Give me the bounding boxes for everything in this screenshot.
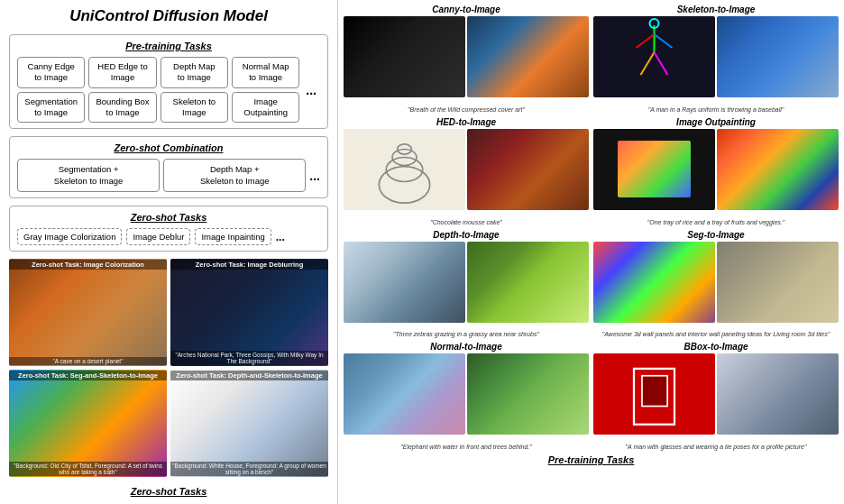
task-hed: HED Edge toImage <box>88 57 156 88</box>
demo-images-depth <box>344 242 589 330</box>
section-depth: Depth-to-Image "Three zebras grazing in … <box>344 230 589 338</box>
zeroshot-tasks-title: Zero-shot Tasks <box>17 212 320 223</box>
bbox-output-img <box>717 353 839 435</box>
screenshot-seg-skel-caption: "Background: Old City of Tsfat, Foregrou… <box>9 462 167 476</box>
left-bottom-title: Zero-shot Tasks <box>9 486 328 497</box>
zeroshot-combo-title: Zero-shot Combination <box>17 142 320 153</box>
seg-caption: "Awesome 3d wall panels and interior wal… <box>593 331 839 337</box>
zeroshot-tasks-row: Gray Image Colorization Image Deblur Ima… <box>17 228 320 245</box>
pretraining-tasks-grid: Canny Edgeto Image HED Edge toImage Dept… <box>17 57 299 123</box>
normal-caption: "Elephant with water in front and trees … <box>344 444 589 450</box>
depth-output-img <box>467 242 589 323</box>
screenshot-colorization: Zero-shot Task: Image Colorization "A ca… <box>9 259 167 366</box>
screenshot-colorization-label-top: Zero-shot Task: Image Colorization <box>9 260 167 270</box>
screenshot-depth-skel: Zero-shot Task: Depth-and-Skeleton-to-Im… <box>170 370 328 477</box>
depth-caption: "Three zebras grazing in a grassy area n… <box>344 331 589 337</box>
outpainting-caption: "One tray of rice and a tray of fruits a… <box>593 219 839 225</box>
svg-rect-11 <box>642 376 667 407</box>
demo-images-outpainting <box>593 129 839 217</box>
svg-line-2 <box>655 34 673 48</box>
section-seg: Seg-to-Image "Awesome 3d wall panels and… <box>593 230 839 338</box>
canny-caption: "Breath of the Wild compressed cover art… <box>344 106 589 113</box>
canny-input-img <box>344 16 465 97</box>
demo-title-depth: Depth-to-Image <box>344 230 589 240</box>
left-panel: UniControl Diffusion Model Pre-training … <box>0 0 338 504</box>
demo-title-bbox: BBox-to-Image <box>593 342 839 352</box>
demo-images-skeleton <box>593 16 839 105</box>
zeroshot-combo-section: Zero-shot Combination Segmentation +Skel… <box>9 136 328 198</box>
svg-line-4 <box>655 52 668 75</box>
screenshot-colorization-img <box>9 259 167 366</box>
main-title: UniControl Diffusion Model <box>9 7 328 25</box>
task-colorization: Gray Image Colorization <box>17 228 122 245</box>
seg-input-img <box>593 242 715 323</box>
canny-output-img <box>467 16 589 97</box>
right-bottom-label: Pre-training Tasks <box>344 454 839 499</box>
section-bbox: BBox-to-Image "A man with glasses and we… <box>593 342 839 450</box>
section-outpainting: Image Outpainting "One tray of rice and … <box>593 117 839 225</box>
skeleton-output-img <box>717 16 839 97</box>
outpainting-input-img <box>593 129 715 210</box>
zeroshot-tasks-section: Zero-shot Tasks Gray Image Colorization … <box>9 206 328 252</box>
hed-input-img <box>344 129 465 210</box>
task-inpainting: Image Inpainting <box>195 228 271 245</box>
demo-images-seg <box>593 242 839 330</box>
task-bbox: Bounding Boxto Image <box>88 92 156 124</box>
combo-dots: ... <box>309 169 320 183</box>
screenshot-depth-skel-caption: "Background: White House, Foreground: A … <box>170 462 328 476</box>
screenshot-deblur-label-top: Zero-shot Task: Image Deblurring <box>170 260 328 270</box>
depth-input-img <box>344 242 465 323</box>
hed-output-img <box>467 129 589 210</box>
task-skeleton: Skeleton toImage <box>161 92 228 124</box>
demo-title-normal: Normal-to-Image <box>344 342 589 352</box>
task-seg: Segmentationto Image <box>17 92 85 124</box>
demo-title-seg: Seg-to-Image <box>593 230 839 240</box>
demo-title-outpainting: Image Outpainting <box>593 117 839 127</box>
screenshot-colorization-caption: "A cave on a desert planet" <box>9 357 167 365</box>
task-depth: Depth Mapto Image <box>161 57 228 88</box>
screenshot-seg-skel: Zero-shot Task: Seg-and-Skeleton-to-Imag… <box>9 370 167 477</box>
pretraining-section: Pre-training Tasks Canny Edgeto Image HE… <box>9 34 328 129</box>
pretraining-title: Pre-training Tasks <box>17 41 320 51</box>
task-normal: Normal Mapto Image <box>232 57 299 88</box>
outpainting-output-img <box>717 129 839 210</box>
section-skeleton: Skeleton-to-Image "A man in a Rays unifo… <box>593 5 839 113</box>
task-canny: Canny Edgeto Image <box>17 57 85 88</box>
demo-images-bbox <box>593 353 839 442</box>
demo-title-hed: HED-to-Image <box>344 117 589 127</box>
combo-seg-skel: Segmentation +Skeleton to Image <box>17 159 160 192</box>
hed-caption: "Chocolate mousse cake" <box>344 219 589 225</box>
combo-depth-skel: Depth Map +Skeleton to Image <box>163 159 306 192</box>
svg-line-3 <box>641 52 655 75</box>
demo-images-normal <box>344 353 589 442</box>
section-canny: Canny-to-Image "Breath of the Wild compr… <box>344 5 589 113</box>
seg-output-img <box>717 242 839 323</box>
pretraining-dots: ... <box>302 79 320 101</box>
demo-images-canny <box>344 16 589 105</box>
screenshot-deblur: Zero-shot Task: Image Deblurring "Arches… <box>170 259 328 366</box>
task-deblur: Image Deblur <box>126 228 190 245</box>
screenshots-grid: Zero-shot Task: Image Colorization "A ca… <box>9 259 328 477</box>
task-outpaint: ImageOutpainting <box>232 92 299 124</box>
skeleton-caption: "A man in a Rays uniform is throwing a b… <box>593 106 839 113</box>
normal-input-img <box>344 353 465 435</box>
demo-title-canny: Canny-to-Image <box>344 5 589 14</box>
screenshot-depth-skel-label-top: Zero-shot Task: Depth-and-Skeleton-to-Im… <box>170 371 328 380</box>
skeleton-input-img <box>593 16 715 97</box>
section-normal: Normal-to-Image "Elephant with water in … <box>344 342 589 450</box>
zeroshot-dots: ... <box>276 231 285 243</box>
section-hed: HED-to-Image "Chocolate mousse cake" <box>344 117 589 225</box>
right-panel: Canny-to-Image "Breath of the Wild compr… <box>338 0 844 504</box>
svg-line-1 <box>637 34 655 48</box>
demo-images-hed <box>344 129 589 217</box>
normal-output-img <box>467 353 589 435</box>
screenshot-seg-skel-label-top: Zero-shot Task: Seg-and-Skeleton-to-Imag… <box>9 371 167 380</box>
bbox-caption: "A man with glasses and wearing a tie po… <box>593 444 839 450</box>
demo-title-skeleton: Skeleton-to-Image <box>593 5 839 14</box>
screenshot-deblur-caption: "Arches National Park, Three Gossips, Wi… <box>170 351 328 365</box>
bbox-input-img <box>593 353 715 435</box>
